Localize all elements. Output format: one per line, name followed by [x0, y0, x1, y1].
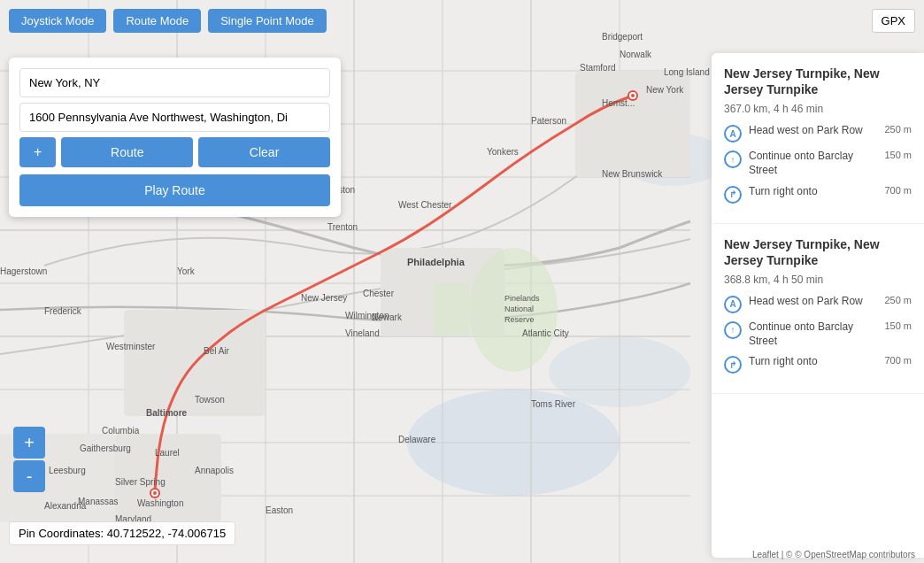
svg-text:Bridgeport: Bridgeport	[602, 32, 643, 42]
svg-text:Washington: Washington	[137, 498, 183, 508]
step-text-0-1: Continue onto Barclay Street	[749, 150, 877, 177]
directions-panel[interactable]: New Jersey Turnpike, New Jersey Turnpike…	[712, 53, 924, 558]
svg-text:Easton: Easton	[266, 505, 293, 515]
joystick-mode-button[interactable]: Joystick Mode	[9, 9, 106, 33]
svg-text:Norwalk: Norwalk	[620, 50, 652, 59]
svg-text:Hagerstown: Hagerstown	[0, 266, 47, 276]
osm-contributors: contributors	[869, 550, 915, 559]
route-summary-0: 367.0 km, 4 h 46 min	[724, 103, 912, 115]
step-text-0-0: Head west on Park Row	[749, 124, 877, 138]
osm-credit[interactable]: © OpenStreetMap	[795, 550, 866, 559]
svg-text:Frederick: Frederick	[44, 306, 82, 316]
svg-point-31	[631, 94, 635, 97]
route-title-1: New Jersey Turnpike, New Jersey Turnpike	[724, 236, 912, 268]
svg-text:Baltimore: Baltimore	[146, 408, 188, 418]
route-summary-1: 368.8 km, 4 h 50 min	[724, 274, 912, 286]
step-icon-1-2: ↱	[724, 356, 742, 374]
top-nav: Joystick Mode Route Mode Single Point Mo…	[9, 9, 327, 33]
svg-text:Paterson: Paterson	[531, 116, 566, 126]
route-card-1[interactable]: New Jersey Turnpike, New Jersey Turnpike…	[712, 224, 924, 395]
pin-coordinates: Pin Coordinates: 40.712522, -74.006715	[9, 521, 235, 545]
svg-point-34	[153, 491, 157, 495]
svg-text:Atlantic City: Atlantic City	[522, 328, 569, 338]
svg-text:West Chester: West Chester	[398, 200, 452, 210]
svg-text:Stamford: Stamford	[580, 63, 616, 73]
svg-text:Westminster: Westminster	[106, 342, 156, 351]
step-dist-1-1: 150 m	[884, 320, 912, 331]
action-buttons: + Route Clear	[19, 137, 330, 167]
route-mode-button[interactable]: Route Mode	[113, 9, 201, 33]
svg-text:Gaithersburg: Gaithersburg	[80, 443, 131, 453]
svg-text:Long Island: Long Island	[664, 67, 710, 77]
gpx-button[interactable]: GPX	[872, 9, 915, 33]
step-text-0-2: Turn right onto	[749, 185, 877, 199]
add-waypoint-button[interactable]: +	[19, 137, 56, 167]
svg-text:Chester: Chester	[363, 289, 395, 298]
step-icon-0-1: ↑	[724, 150, 742, 168]
step-dist-0-2: 700 m	[884, 185, 912, 196]
svg-text:York: York	[177, 266, 196, 276]
svg-text:Annapolis: Annapolis	[195, 466, 234, 475]
step-0-2: ↱Turn right onto700 m	[724, 185, 912, 204]
svg-text:Delaware: Delaware	[398, 435, 436, 444]
svg-text:Towson: Towson	[195, 395, 225, 405]
svg-text:Hemst...: Hemst...	[602, 98, 635, 108]
step-0-1: ↑Continue onto Barclay Street150 m	[724, 150, 912, 177]
svg-text:Philadelphia: Philadelphia	[407, 257, 466, 267]
zoom-controls: + -	[13, 427, 45, 492]
svg-text:Reserve: Reserve	[504, 315, 535, 324]
step-text-1-0: Head west on Park Row	[749, 295, 877, 309]
step-dist-0-1: 150 m	[884, 150, 912, 160]
step-0-0: AHead west on Park Row250 m	[724, 124, 912, 143]
svg-text:Wilmington: Wilmington	[345, 311, 389, 320]
svg-rect-28	[434, 283, 469, 336]
origin-input[interactable]	[19, 68, 330, 97]
step-text-1-1: Continue onto Barclay Street	[749, 320, 877, 348]
step-icon-0-0: A	[724, 125, 742, 143]
step-icon-0-2: ↱	[724, 186, 742, 204]
step-dist-0-0: 250 m	[884, 124, 912, 135]
svg-text:Vineland: Vineland	[345, 328, 380, 338]
svg-text:Pinelands: Pinelands	[504, 294, 540, 303]
step-1-1: ↑Continue onto Barclay Street150 m	[724, 320, 912, 348]
route-button[interactable]: Route	[61, 137, 193, 167]
map-attribution: Leaflet | © © OpenStreetMap contributors	[752, 550, 915, 559]
step-dist-1-0: 250 m	[884, 295, 912, 305]
route-panel: + Route Clear Play Route	[9, 58, 341, 217]
play-route-button[interactable]: Play Route	[19, 174, 330, 206]
svg-text:Toms River: Toms River	[531, 399, 576, 409]
svg-text:Manassas: Manassas	[78, 497, 119, 506]
svg-text:Silver Spring: Silver Spring	[115, 477, 166, 487]
zoom-out-button[interactable]: -	[13, 460, 45, 492]
svg-text:Laurel: Laurel	[155, 448, 180, 458]
route-card-0[interactable]: New Jersey Turnpike, New Jersey Turnpike…	[712, 53, 924, 224]
svg-text:New Brunswick: New Brunswick	[602, 169, 663, 179]
step-dist-1-2: 700 m	[884, 355, 912, 366]
single-point-mode-button[interactable]: Single Point Mode	[208, 9, 327, 33]
step-1-0: AHead west on Park Row250 m	[724, 295, 912, 313]
destination-input[interactable]	[19, 103, 330, 132]
step-icon-1-1: ↑	[724, 321, 742, 339]
svg-text:New York: New York	[646, 85, 684, 95]
svg-text:Yonkers: Yonkers	[487, 147, 519, 157]
svg-text:Leesburg: Leesburg	[49, 466, 86, 475]
zoom-in-button[interactable]: +	[13, 427, 45, 459]
leaflet-credit[interactable]: Leaflet	[752, 550, 779, 559]
svg-text:New Jersey: New Jersey	[301, 293, 347, 303]
svg-text:Bel Air: Bel Air	[204, 346, 230, 356]
svg-text:Columbia: Columbia	[102, 426, 140, 436]
svg-text:National: National	[504, 305, 534, 313]
step-text-1-2: Turn right onto	[749, 355, 877, 369]
svg-text:Trenton: Trenton	[327, 222, 358, 232]
step-1-2: ↱Turn right onto700 m	[724, 355, 912, 374]
step-icon-1-0: A	[724, 296, 742, 313]
pin-coordinates-text: Pin Coordinates: 40.712522, -74.006715	[19, 527, 226, 540]
route-title-0: New Jersey Turnpike, New Jersey Turnpike	[724, 66, 912, 97]
clear-button[interactable]: Clear	[198, 137, 330, 167]
